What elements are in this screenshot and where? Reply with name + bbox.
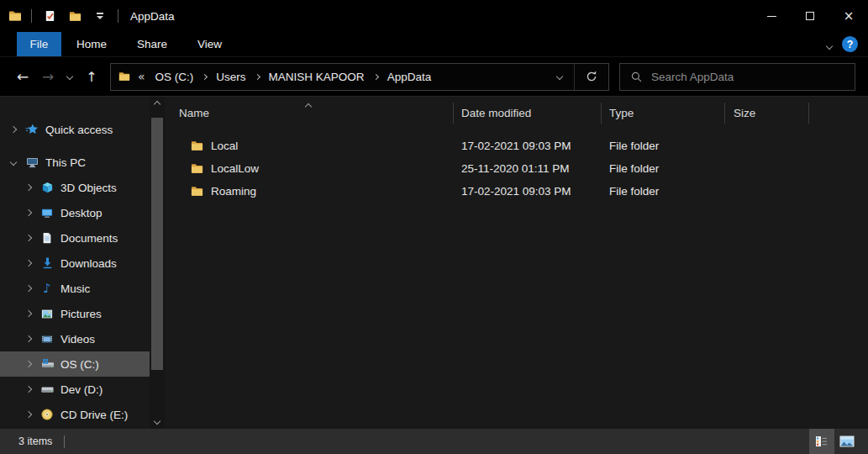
address-bar[interactable]: « OS (C:) Users MANISH KAPOOR AppData [110,63,609,91]
search-icon [630,71,643,83]
table-row-locallow[interactable]: LocalLow 25-11-2020 01:11 PM File folder [165,157,868,180]
sidebar-item-quick-access[interactable]: Quick access [0,117,150,142]
sort-ascending-icon [306,99,311,112]
sidebar-item-label: Pictures [60,308,102,320]
sidebar-item-this-pc[interactable]: This PC [0,150,150,175]
sidebar-item-videos[interactable]: Videos [0,326,150,351]
sidebar-item-os-c[interactable]: OS (C:) [0,351,150,377]
sidebar-item-label: Videos [60,333,95,346]
sidebar-item-label: This PC [45,156,86,169]
file-list-panel: Name Date modified Type Size Local 17-02… [165,97,868,429]
status-separator [64,436,65,448]
customize-quick-access-toolbar-button[interactable] [91,6,109,26]
minimize-button[interactable] [752,0,791,32]
explorer-body: Quick access This PC 3D Objects [0,97,868,429]
chevron-right-icon[interactable] [22,261,35,266]
column-header-date-modified[interactable]: Date modified [454,97,602,129]
chevron-right-icon[interactable] [22,210,35,215]
chevron-right-icon[interactable] [22,185,35,190]
sidebar-item-3d-objects[interactable]: 3D Objects [0,175,150,200]
collapse-ribbon-button[interactable] [827,37,832,52]
sidebar-item-music[interactable]: ♪ Music [0,276,150,301]
maximize-button[interactable] [791,0,829,32]
chevron-right-icon[interactable] [22,311,35,316]
tab-file[interactable]: File [17,32,61,56]
breadcrumb-user-name[interactable]: MANISH KAPOOR [267,71,366,83]
close-button[interactable]: × [829,0,868,32]
document-icon [39,231,55,245]
desktop-monitor-icon [39,206,55,219]
breadcrumb-users[interactable]: Users [214,71,247,83]
search-box[interactable] [619,63,855,91]
column-header-type[interactable]: Type [602,97,725,129]
large-icons-view-button[interactable] [834,429,860,454]
sidebar-item-label: Dev (D:) [60,383,103,396]
scroll-down-arrow-icon[interactable] [150,414,165,429]
file-name: Local [211,140,238,152]
up-button[interactable]: ↑ [79,64,104,89]
scrollbar-thumb[interactable] [151,118,163,370]
sidebar-item-documents[interactable]: Documents [0,225,150,251]
sidebar-item-desktop[interactable]: Desktop [0,200,150,225]
navigation-bar: ← → ↑ « OS (C:) Users MANISH KAPOOR AppD… [0,57,868,97]
sidebar-item-downloads[interactable]: Downloads [0,251,150,276]
help-button[interactable]: ? [842,36,858,52]
file-rows: Local 17-02-2021 09:03 PM File folder Lo… [165,129,868,203]
sidebar-item-label: Music [60,282,90,295]
sidebar-item-label: Documents [60,232,118,245]
scrollbar-track[interactable] [150,112,165,414]
cd-disc-icon [39,408,55,421]
chevron-right-icon[interactable] [22,286,35,291]
quick-access-properties-button[interactable] [40,6,59,26]
back-button[interactable]: ← [10,64,35,89]
scroll-up-arrow-icon[interactable] [150,97,165,112]
titlebar-separator [118,9,118,23]
picture-icon [39,307,55,320]
address-dropdown-button[interactable] [545,64,574,90]
breadcrumb-separator-icon [255,75,260,79]
tab-home[interactable]: Home [61,32,122,56]
folder-icon [190,140,204,152]
table-row-roaming[interactable]: Roaming 17-02-2021 09:03 PM File folder [165,180,868,203]
recent-locations-button[interactable] [60,64,79,89]
tab-share[interactable]: Share [122,32,182,56]
column-header-name[interactable]: Name [165,97,454,129]
forward-button[interactable]: → [35,64,60,89]
quick-access-new-folder-button[interactable] [66,6,84,26]
film-icon [39,332,55,346]
chevron-right-icon[interactable] [22,235,35,240]
3d-cube-icon [39,181,55,194]
table-row-local[interactable]: Local 17-02-2021 09:03 PM File folder [165,135,868,157]
window-title: AppData [130,10,175,23]
tab-view[interactable]: View [182,32,237,56]
sidebar-item-cd-drive-e[interactable]: CD Drive (E:) [0,402,150,427]
file-type: File folder [602,185,725,198]
chevron-down-icon [556,73,563,80]
chevron-down-icon[interactable] [7,160,20,165]
sidebar-item-dev-d[interactable]: Dev (D:) [0,377,150,402]
chevron-right-icon[interactable] [7,127,20,132]
breadcrumb-os-c[interactable]: OS (C:) [154,71,196,83]
qat-dropdown-icon [94,13,106,19]
status-bar: 3 items [0,429,868,454]
refresh-button[interactable] [575,64,608,90]
file-date-modified: 17-02-2021 09:03 PM [454,140,602,152]
chevron-right-icon[interactable] [22,387,35,392]
ribbon-tab-bar: File Home Share View ? [0,32,868,57]
sidebar-item-label: Downloads [60,257,117,270]
breadcrumb-appdata[interactable]: AppData [386,71,434,83]
column-header-size[interactable]: Size [725,97,809,129]
file-type: File folder [602,162,725,175]
chevron-right-icon[interactable] [22,362,35,367]
file-type: File folder [602,140,725,152]
chevron-right-icon[interactable] [22,336,35,341]
details-view-button[interactable] [809,429,834,454]
chevron-right-icon[interactable] [22,412,35,417]
file-name: Roaming [211,185,256,198]
collapsed-crumbs-icon[interactable]: « [138,70,145,83]
breadcrumb-separator-icon [374,75,378,79]
thumbnail-view-icon [839,436,855,447]
sidebar-item-pictures[interactable]: Pictures [0,301,150,326]
sidebar-scrollbar[interactable] [150,97,165,429]
search-input[interactable] [651,71,855,83]
